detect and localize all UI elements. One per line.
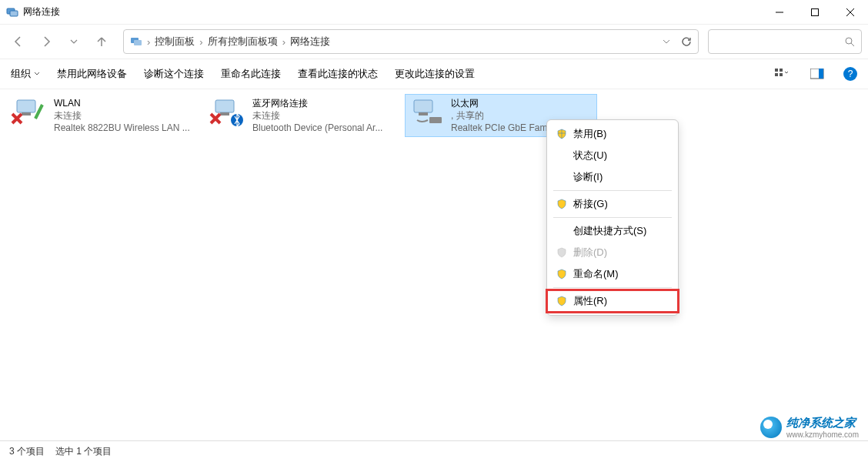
ctx-shortcut[interactable]: 创建快捷方式(S) [547, 220, 678, 242]
svg-rect-21 [414, 100, 432, 112]
breadcrumb-separator: › [199, 36, 202, 48]
connection-name: 蓝牙网络连接 [252, 97, 382, 109]
close-button[interactable] [833, 0, 868, 25]
connection-bluetooth[interactable]: 蓝牙网络连接 未连接 Bluetooth Device (Personal Ar… [206, 94, 399, 137]
shield-icon [556, 129, 567, 139]
refresh-icon[interactable] [681, 36, 692, 47]
back-button[interactable] [6, 29, 31, 54]
search-input[interactable] [708, 29, 862, 54]
forward-button[interactable] [34, 29, 58, 54]
ethernet-icon [408, 97, 445, 128]
connection-name: 以太网 [451, 97, 552, 109]
ctx-bridge[interactable]: 桥接(G) [547, 193, 678, 215]
connection-wlan[interactable]: WLAN 未连接 Realtek 8822BU Wireless LAN ... [8, 94, 200, 137]
connection-device: Realtek 8822BU Wireless LAN ... [54, 122, 190, 134]
ctx-status[interactable]: 状态(U) [547, 145, 678, 166]
nav-bar: › 控制面板 › 所有控制面板项 › 网络连接 [0, 25, 868, 59]
svg-rect-22 [419, 112, 428, 116]
wlan-icon [11, 97, 48, 128]
ctx-separator [553, 217, 672, 218]
connection-status: 未连接 [252, 109, 382, 122]
shield-icon [556, 199, 567, 209]
shield-icon [556, 269, 567, 280]
svg-rect-13 [780, 73, 783, 76]
svg-rect-10 [775, 69, 778, 72]
preview-pane-icon[interactable] [808, 65, 826, 83]
recent-dropdown[interactable] [62, 29, 86, 54]
ctx-separator [553, 190, 672, 191]
connection-name: WLAN [54, 97, 190, 109]
connection-status: 未连接 [54, 109, 190, 122]
breadcrumb-item[interactable]: 所有控制面板项 [208, 35, 278, 49]
shield-icon [556, 296, 567, 306]
window-icon [6, 6, 18, 18]
svg-point-8 [846, 38, 852, 44]
toolbar: 组织 禁用此网络设备 诊断这个连接 重命名此连接 查看此连接的状态 更改此连接的… [0, 59, 868, 89]
svg-rect-16 [17, 100, 35, 112]
status-bar: 3 个项目 选中 1 个项目 [0, 440, 868, 462]
breadcrumb-item[interactable]: 网络连接 [290, 35, 330, 49]
minimize-button[interactable] [762, 0, 797, 25]
view-status-button[interactable]: 查看此连接的状态 [298, 67, 378, 81]
watermark-logo-icon [760, 417, 782, 438]
svg-rect-12 [775, 73, 778, 76]
breadcrumb-separator: › [147, 36, 150, 48]
disable-device-button[interactable]: 禁用此网络设备 [57, 67, 127, 81]
ctx-rename[interactable]: 重命名(M) [547, 263, 678, 285]
up-button[interactable] [89, 29, 114, 54]
context-menu: 禁用(B) 状态(U) 诊断(I) 桥接(G) 创建快捷方式(S) 删除(D) … [546, 119, 679, 316]
bluetooth-icon [209, 97, 246, 128]
view-options-icon[interactable] [773, 65, 791, 83]
svg-rect-15 [819, 69, 823, 79]
ctx-diagnose[interactable]: 诊断(I) [547, 166, 678, 188]
help-icon[interactable]: ? [843, 67, 857, 81]
watermark: 纯净系统之家 www.kzmyhome.com [760, 416, 859, 439]
change-settings-button[interactable]: 更改此连接的设置 [395, 67, 475, 81]
item-count: 3 个项目 [9, 445, 45, 458]
connection-device: Realtek PCIe GbE Famil [451, 122, 552, 134]
maximize-button[interactable] [797, 0, 833, 25]
address-bar[interactable]: › 控制面板 › 所有控制面板项 › 网络连接 [123, 29, 699, 54]
svg-rect-17 [22, 112, 31, 116]
rename-button[interactable]: 重命名此连接 [221, 67, 281, 81]
title-bar: 网络连接 [0, 0, 868, 25]
svg-rect-23 [429, 117, 442, 123]
watermark-text: 纯净系统之家 [786, 416, 859, 430]
content-area: WLAN 未连接 Realtek 8822BU Wireless LAN ...… [0, 89, 868, 440]
shield-icon [556, 247, 567, 258]
connection-status: , 共享的 [451, 109, 552, 122]
svg-rect-1 [10, 11, 18, 16]
organize-menu[interactable]: 组织 [11, 67, 40, 81]
svg-line-9 [851, 43, 854, 46]
selected-count: 选中 1 个项目 [55, 445, 112, 458]
connection-device: Bluetooth Device (Personal Ar... [252, 122, 382, 134]
search-icon [844, 36, 855, 47]
svg-rect-7 [134, 40, 142, 45]
ctx-separator [553, 287, 672, 288]
window-buttons [762, 0, 868, 25]
address-icon [130, 35, 142, 48]
svg-rect-3 [812, 8, 819, 15]
window-title: 网络连接 [23, 5, 762, 18]
svg-rect-19 [220, 112, 229, 116]
ctx-disable[interactable]: 禁用(B) [547, 123, 678, 145]
diagnose-button[interactable]: 诊断这个连接 [144, 67, 204, 81]
ctx-properties[interactable]: 属性(R) [547, 290, 678, 312]
chevron-down-icon[interactable] [663, 38, 670, 45]
watermark-url: www.kzmyhome.com [786, 430, 859, 439]
svg-rect-11 [780, 69, 783, 72]
svg-rect-18 [215, 100, 234, 112]
breadcrumb-separator: › [282, 36, 285, 48]
breadcrumb-item[interactable]: 控制面板 [155, 35, 195, 49]
ctx-delete: 删除(D) [547, 242, 678, 263]
